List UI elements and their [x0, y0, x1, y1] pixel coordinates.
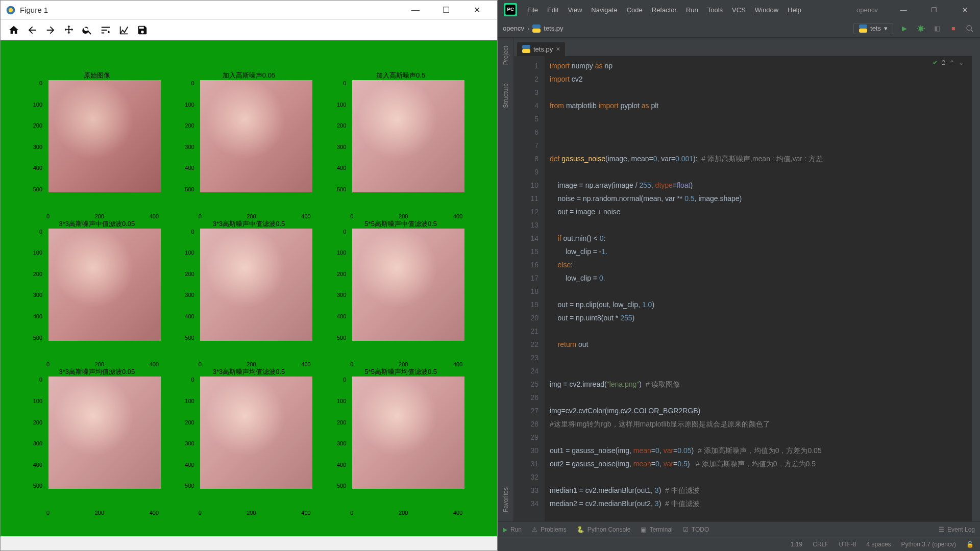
figure-window-title: Figure 1	[20, 6, 400, 14]
save-icon[interactable]	[134, 22, 151, 38]
figure-canvas[interactable]: 原始图像01002003004005000200400加入高斯噪声0.05010…	[1, 40, 497, 536]
pycharm-logo-icon: PC	[502, 1, 519, 18]
stop-icon[interactable]: ■	[948, 23, 959, 34]
indent-setting[interactable]: 4 spaces	[867, 541, 891, 548]
svg-rect-12	[522, 49, 530, 53]
python-interpreter[interactable]: Python 3.7 (opencv)	[901, 541, 956, 548]
structure-tool-button[interactable]: Structure	[502, 79, 509, 112]
menu-edit[interactable]: Edit	[543, 4, 562, 16]
ide-maximize-button[interactable]: ☐	[919, 0, 949, 19]
checkmark-icon: ✔	[933, 59, 938, 66]
breadcrumb-root[interactable]: opencv	[503, 24, 524, 32]
tab-close-icon[interactable]: ×	[556, 45, 560, 53]
favorites-tool-button[interactable]: Favorites	[502, 483, 509, 516]
debug-icon[interactable]	[916, 23, 926, 34]
x-axis-ticks: 0200400	[350, 213, 462, 219]
subplot-title: 原始图像	[84, 71, 110, 80]
run-with-coverage-icon[interactable]: ◧	[932, 23, 942, 34]
terminal-icon: ▣	[641, 526, 646, 533]
project-tool-button[interactable]: Project	[502, 42, 509, 69]
chevron-down-icon: ▾	[884, 24, 888, 32]
close-button[interactable]: ✕	[461, 1, 492, 20]
forward-icon[interactable]	[42, 22, 59, 38]
subplot-1: 加入高斯噪声0.0501002003004005000200400	[173, 71, 325, 219]
python-file-icon	[522, 45, 530, 53]
svg-rect-11	[522, 45, 530, 49]
bottom-tool-bar: ▶Run ⚠Problems 🐍Python Console ▣Terminal…	[498, 521, 980, 537]
editor-tab[interactable]: tets.py ×	[517, 42, 565, 56]
menu-navigate[interactable]: Navigate	[587, 4, 621, 16]
svg-point-1	[9, 8, 13, 12]
chevron-up-icon[interactable]: ⌃	[949, 59, 954, 66]
y-axis-ticks: 0100200300400500	[183, 229, 194, 341]
maximize-button[interactable]: ☐	[431, 1, 461, 20]
menu-vcs[interactable]: VCS	[728, 4, 750, 16]
subplot-5: 5*5高斯噪声中值滤波0.501002003004005000200400	[325, 219, 477, 368]
subplot-7: 3*3高斯噪声均值滤波0.501002003004005000200400	[173, 367, 325, 516]
minimize-button[interactable]: —	[400, 1, 431, 20]
subplot-title: 5*5高斯噪声中值滤波0.5	[364, 219, 437, 229]
menu-tools[interactable]: Tools	[703, 4, 727, 16]
matplotlib-icon	[6, 5, 16, 15]
subplot-image	[48, 377, 161, 489]
error-stripe[interactable]	[972, 38, 980, 521]
todo-tool-button[interactable]: ☑TODO	[683, 526, 709, 533]
menu-help[interactable]: Help	[783, 4, 805, 16]
configure-icon[interactable]	[97, 22, 114, 38]
ide-minimize-button[interactable]: —	[888, 0, 919, 19]
code-content[interactable]: import numpy as np import cv2 from matpl…	[545, 56, 972, 521]
subplot-image	[48, 80, 161, 192]
python-console-tool-button[interactable]: 🐍Python Console	[577, 526, 631, 533]
back-icon[interactable]	[24, 22, 40, 38]
subplot-title: 3*3高斯噪声中值滤波0.05	[59, 219, 135, 229]
problems-tool-button[interactable]: ⚠Problems	[532, 526, 567, 533]
todo-icon: ☑	[683, 526, 689, 533]
line-separator[interactable]: CRLF	[813, 541, 828, 548]
menu-code[interactable]: Code	[623, 4, 647, 16]
subplot-8: 5*5高斯噪声均值滤波0.501002003004005000200400	[325, 367, 477, 516]
menu-view[interactable]: View	[564, 4, 586, 16]
search-everywhere-icon[interactable]	[965, 23, 975, 34]
chevron-down-icon[interactable]: ⌄	[959, 59, 964, 66]
play-icon: ▶	[503, 526, 507, 533]
zoom-icon[interactable]	[79, 22, 95, 38]
pan-icon[interactable]	[61, 22, 77, 38]
code-editor[interactable]: 1234567891011121314151617181920212223242…	[514, 56, 972, 521]
menu-window[interactable]: Window	[751, 4, 782, 16]
subplot-image	[48, 229, 161, 341]
home-icon[interactable]	[6, 22, 22, 38]
ide-titlebar[interactable]: PC FileEditViewNavigateCodeRefactorRunTo…	[498, 0, 980, 19]
breadcrumb[interactable]: opencv › tets.py	[503, 24, 564, 33]
y-axis-ticks: 0100200300400500	[335, 229, 346, 341]
svg-rect-8	[859, 29, 867, 33]
terminal-tool-button[interactable]: ▣Terminal	[641, 526, 672, 533]
menu-refactor[interactable]: Refactor	[648, 4, 681, 16]
caret-position[interactable]: 1:19	[791, 541, 802, 548]
event-log-button[interactable]: ☰Event Log	[939, 526, 975, 533]
breadcrumb-file[interactable]: tets.py	[544, 24, 563, 32]
menu-file[interactable]: File	[523, 4, 542, 16]
run-icon[interactable]: ▶	[899, 23, 910, 34]
run-tool-button[interactable]: ▶Run	[503, 526, 522, 533]
event-log-icon: ☰	[939, 526, 944, 533]
file-encoding[interactable]: UTF-8	[839, 541, 856, 548]
breadcrumb-separator: ›	[527, 24, 529, 32]
editor-tab-bar: tets.py ×	[514, 38, 972, 56]
y-axis-ticks: 0100200300400500	[31, 377, 42, 489]
run-configuration-selector[interactable]: tets ▾	[853, 23, 893, 34]
axes-icon[interactable]	[116, 22, 132, 38]
tab-filename: tets.py	[533, 45, 553, 53]
ide-close-button[interactable]: ✕	[949, 0, 980, 19]
subplot-title: 3*3高斯噪声均值滤波0.5	[213, 367, 285, 377]
figure-titlebar[interactable]: Figure 1 — ☐ ✕	[1, 1, 497, 20]
menu-run[interactable]: Run	[682, 4, 702, 16]
subplot-title: 3*3高斯噪声中值滤波0.5	[213, 219, 285, 229]
inspection-widget[interactable]: ✔ 2 ⌃ ⌄	[933, 59, 964, 66]
svg-rect-7	[859, 24, 867, 29]
lock-icon[interactable]: 🔓	[966, 541, 974, 548]
x-axis-ticks: 0200400	[199, 510, 311, 516]
subplot-image	[352, 80, 464, 192]
x-axis-ticks: 0200400	[199, 213, 311, 219]
pycharm-window: PC FileEditViewNavigateCodeRefactorRunTo…	[498, 0, 980, 551]
x-axis-ticks: 0200400	[350, 361, 462, 367]
